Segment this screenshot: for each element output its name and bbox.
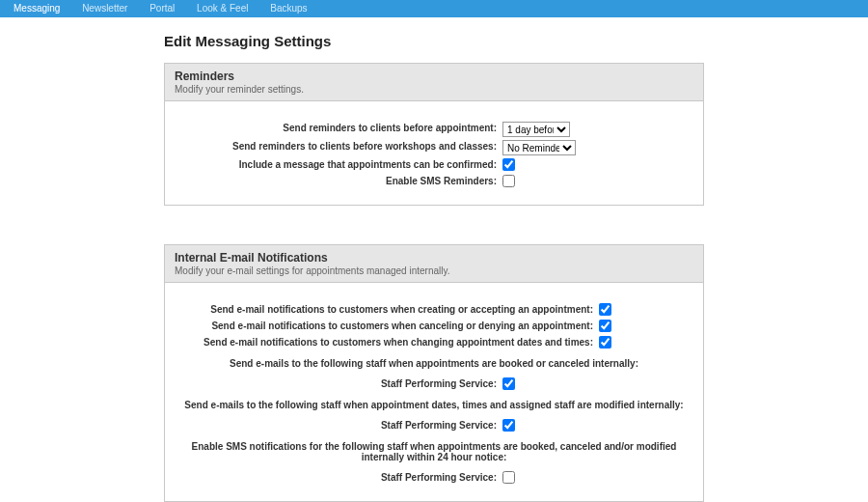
reminder-appt-label: Send reminders to clients before appoint… bbox=[178, 122, 502, 135]
internal-subtitle: Modify your e-mail settings for appointm… bbox=[175, 265, 693, 276]
internal-staff-booked-checkbox[interactable] bbox=[502, 377, 515, 390]
reminder-sms-checkbox[interactable] bbox=[502, 175, 515, 187]
internal-change-label: Send e-mail notifications to customers w… bbox=[178, 336, 599, 349]
nav-portal[interactable]: Portal bbox=[140, 0, 184, 17]
nav-look-feel[interactable]: Look & Feel bbox=[187, 0, 258, 17]
nav-backups[interactable]: Backups bbox=[260, 0, 316, 17]
internal-staff-modified-label: Staff Performing Service: bbox=[178, 419, 502, 432]
reminder-sms-label: Enable SMS Reminders: bbox=[178, 175, 502, 188]
reminders-panel: Reminders Modify your reminder settings.… bbox=[164, 63, 704, 206]
internal-cancel-checkbox[interactable] bbox=[599, 320, 611, 332]
internal-staff-sms-label: Staff Performing Service: bbox=[178, 471, 502, 485]
internal-staff-booked-header: Send e-mails to the following staff when… bbox=[178, 352, 690, 375]
internal-cancel-label: Send e-mail notifications to customers w… bbox=[178, 320, 599, 333]
reminder-confirm-label: Include a message that appointments can … bbox=[178, 158, 502, 172]
internal-staff-sms-header: Enable SMS notifications for the followi… bbox=[178, 435, 690, 468]
reminder-workshop-label: Send reminders to clients before worksho… bbox=[178, 140, 502, 153]
internal-staff-booked-label: Staff Performing Service: bbox=[178, 377, 502, 391]
reminder-confirm-checkbox[interactable] bbox=[502, 158, 515, 171]
nav-messaging[interactable]: Messaging bbox=[4, 0, 69, 17]
internal-staff-modified-checkbox[interactable] bbox=[502, 419, 515, 432]
internal-panel: Internal E-mail Notifications Modify you… bbox=[164, 244, 704, 502]
nav-newsletter[interactable]: Newsletter bbox=[72, 0, 137, 17]
internal-staff-sms-checkbox[interactable] bbox=[502, 471, 515, 484]
reminder-appt-select[interactable]: 1 day before bbox=[502, 122, 570, 137]
internal-title: Internal E-mail Notifications bbox=[175, 251, 693, 265]
internal-create-label: Send e-mail notifications to customers w… bbox=[178, 303, 599, 317]
internal-change-checkbox[interactable] bbox=[599, 336, 611, 349]
reminder-workshop-select[interactable]: No Reminders bbox=[502, 140, 576, 155]
reminders-title: Reminders bbox=[175, 70, 693, 83]
page-title: Edit Messaging Settings bbox=[164, 33, 704, 49]
internal-create-checkbox[interactable] bbox=[599, 303, 611, 316]
reminders-subtitle: Modify your reminder settings. bbox=[175, 84, 693, 95]
internal-staff-modified-header: Send e-mails to the following staff when… bbox=[178, 394, 690, 416]
internal-header: Internal E-mail Notifications Modify you… bbox=[165, 245, 703, 283]
top-nav: Messaging Newsletter Portal Look & Feel … bbox=[0, 0, 868, 17]
reminders-header: Reminders Modify your reminder settings. bbox=[165, 64, 703, 101]
